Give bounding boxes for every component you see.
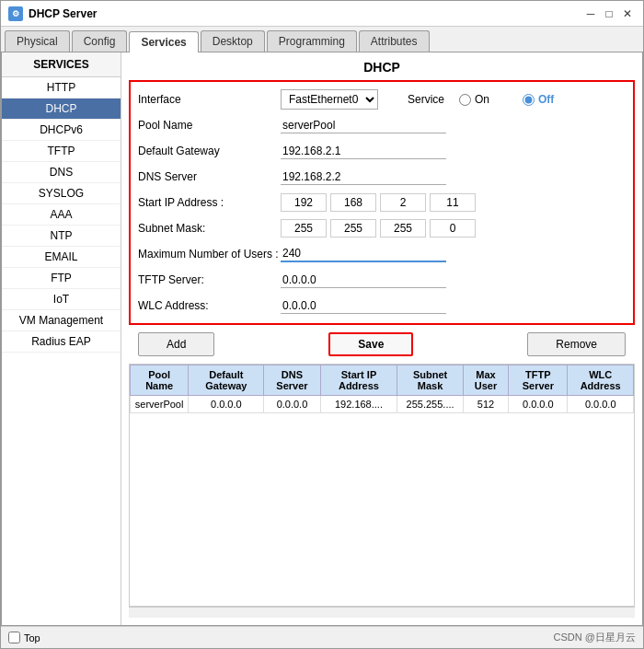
sidebar-item-http[interactable]: HTTP bbox=[2, 77, 121, 99]
col-tftp: TFTP Server bbox=[509, 365, 568, 396]
sidebar-item-tftp[interactable]: TFTP bbox=[2, 141, 121, 162]
gateway-row: Default Gateway bbox=[138, 141, 626, 161]
on-radio-label[interactable]: On bbox=[459, 93, 489, 106]
save-button[interactable]: Save bbox=[328, 332, 413, 356]
tab-attributes[interactable]: Attributes bbox=[359, 30, 430, 52]
button-row: Add Save Remove bbox=[129, 332, 635, 356]
cell-wlc: 0.0.0.0 bbox=[568, 396, 634, 413]
maximize-button[interactable]: □ bbox=[601, 6, 617, 22]
tab-physical[interactable]: Physical bbox=[5, 30, 70, 52]
col-pool-name: Pool Name bbox=[131, 365, 189, 396]
close-button[interactable]: ✕ bbox=[619, 6, 636, 22]
top-checkbox-area: Top bbox=[8, 632, 40, 643]
start-ip-part-4[interactable] bbox=[430, 193, 476, 212]
wlc-row: WLC Address: bbox=[138, 296, 626, 316]
dhcp-table-container: Pool Name Default Gateway DNS Server Sta… bbox=[129, 364, 635, 607]
minimize-button[interactable]: ─ bbox=[582, 6, 599, 22]
main-window: ⚙ DHCP Server ─ □ ✕ Physical Config Serv… bbox=[0, 0, 644, 649]
max-users-row: Maximum Number of Users : bbox=[138, 244, 626, 264]
sidebar-item-ftp[interactable]: FTP bbox=[2, 268, 121, 289]
app-icon: ⚙ bbox=[8, 6, 23, 21]
dns-input[interactable] bbox=[281, 169, 446, 185]
dns-label: DNS Server bbox=[138, 170, 281, 183]
col-subnet: Subnet Mask bbox=[397, 365, 463, 396]
dhcp-form: Interface FastEthernet0 Service On Off bbox=[129, 80, 635, 325]
start-ip-row: Start IP Address : bbox=[138, 192, 626, 213]
tab-services[interactable]: Services bbox=[129, 31, 198, 52]
cell-subnet: 255.255.... bbox=[397, 396, 463, 413]
col-dns: DNS Server bbox=[264, 365, 320, 396]
cell-tftp: 0.0.0.0 bbox=[509, 396, 568, 413]
subnet-part-2[interactable] bbox=[330, 219, 376, 238]
subnet-row: Subnet Mask: bbox=[138, 218, 626, 238]
sidebar-item-dhcpv6[interactable]: DHCPv6 bbox=[2, 120, 121, 141]
on-radio[interactable] bbox=[459, 94, 471, 106]
window-title: DHCP Server bbox=[29, 7, 97, 20]
sidebar-item-aaa[interactable]: AAA bbox=[2, 204, 121, 226]
off-label: Off bbox=[538, 93, 554, 106]
cell-dns: 0.0.0.0 bbox=[264, 396, 320, 413]
panel-title: DHCP bbox=[129, 60, 635, 75]
tab-desktop[interactable]: Desktop bbox=[201, 30, 265, 52]
sidebar-item-syslog[interactable]: SYSLOG bbox=[2, 183, 121, 204]
main-panel: DHCP Interface FastEthernet0 Service On bbox=[121, 52, 642, 625]
title-bar: ⚙ DHCP Server ─ □ ✕ bbox=[1, 1, 643, 27]
interface-label: Interface bbox=[138, 93, 281, 106]
col-max-user: Max User bbox=[463, 365, 509, 396]
wlc-input[interactable] bbox=[281, 298, 446, 314]
subnet-parts bbox=[281, 219, 476, 238]
off-radio[interactable] bbox=[523, 94, 535, 106]
cell-start-ip: 192.168.... bbox=[320, 396, 397, 413]
start-ip-part-2[interactable] bbox=[330, 193, 376, 212]
sidebar-item-vm[interactable]: VM Management bbox=[2, 310, 121, 331]
subnet-part-4[interactable] bbox=[430, 219, 476, 238]
max-users-input[interactable] bbox=[281, 246, 446, 262]
cell-max-user: 512 bbox=[463, 396, 509, 413]
sidebar-title: SERVICES bbox=[2, 52, 121, 77]
top-label: Top bbox=[24, 632, 40, 643]
sidebar-item-dns[interactable]: DNS bbox=[2, 162, 121, 183]
pool-name-input[interactable] bbox=[281, 118, 446, 133]
max-users-label: Maximum Number of Users : bbox=[138, 248, 281, 261]
subnet-part-3[interactable] bbox=[380, 219, 426, 238]
top-checkbox[interactable] bbox=[8, 632, 20, 643]
table-row[interactable]: serverPool 0.0.0.0 0.0.0.0 192.168.... 2… bbox=[131, 396, 634, 413]
gateway-label: Default Gateway bbox=[138, 145, 281, 157]
sidebar: SERVICES HTTP DHCP DHCPv6 TFTP DNS SYSLO… bbox=[2, 52, 121, 625]
horizontal-scrollbar[interactable] bbox=[129, 607, 635, 618]
sidebar-item-email[interactable]: EMAIL bbox=[2, 247, 121, 268]
subnet-part-1[interactable] bbox=[281, 219, 327, 238]
interface-service-row: FastEthernet0 Service On Off bbox=[281, 89, 554, 110]
off-radio-label[interactable]: Off bbox=[523, 93, 554, 106]
tftp-label: TFTP Server: bbox=[138, 273, 281, 286]
app-icon-text: ⚙ bbox=[12, 9, 19, 18]
add-button[interactable]: Add bbox=[138, 332, 214, 356]
col-wlc: WLC Address bbox=[568, 365, 634, 396]
remove-button[interactable]: Remove bbox=[527, 332, 626, 356]
sidebar-item-ntp[interactable]: NTP bbox=[2, 226, 121, 247]
pool-name-label: Pool Name bbox=[138, 119, 281, 132]
watermark: CSDN @日星月云 bbox=[554, 631, 636, 644]
title-bar-left: ⚙ DHCP Server bbox=[8, 6, 97, 21]
start-ip-part-3[interactable] bbox=[380, 193, 426, 212]
sidebar-item-dhcp[interactable]: DHCP bbox=[2, 99, 121, 120]
tftp-input[interactable] bbox=[281, 272, 446, 288]
interface-row: Interface FastEthernet0 Service On Off bbox=[138, 89, 626, 110]
tab-config[interactable]: Config bbox=[72, 30, 128, 52]
interface-select[interactable]: FastEthernet0 bbox=[281, 89, 378, 110]
on-label: On bbox=[475, 93, 489, 106]
start-ip-label: Start IP Address : bbox=[138, 196, 281, 209]
service-label: Service bbox=[408, 93, 444, 106]
title-controls: ─ □ ✕ bbox=[582, 6, 636, 22]
sidebar-item-iot[interactable]: IoT bbox=[2, 289, 121, 310]
dns-row: DNS Server bbox=[138, 167, 626, 187]
sidebar-item-radius[interactable]: Radius EAP bbox=[2, 331, 121, 353]
col-gateway: Default Gateway bbox=[189, 365, 264, 396]
start-ip-part-1[interactable] bbox=[281, 193, 327, 212]
tab-programming[interactable]: Programming bbox=[267, 30, 357, 52]
tab-bar: Physical Config Services Desktop Program… bbox=[1, 27, 643, 52]
table-header-row: Pool Name Default Gateway DNS Server Sta… bbox=[131, 365, 634, 396]
gateway-input[interactable] bbox=[281, 144, 446, 159]
start-ip-parts bbox=[281, 193, 476, 212]
col-start-ip: Start IP Address bbox=[320, 365, 397, 396]
